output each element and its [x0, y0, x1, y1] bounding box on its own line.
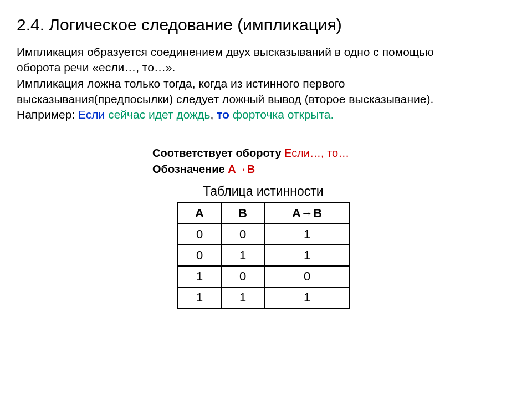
correspondence-phrase: Если…, то…	[284, 147, 349, 159]
table-row: 1 1 1	[178, 287, 350, 308]
cell-a: 1	[178, 266, 221, 287]
table-row: 0 0 1	[178, 224, 350, 245]
notation-line: Обозначение А→В	[152, 161, 515, 177]
example-then: то	[217, 108, 233, 121]
para-line-1: Импликация образуется соединением двух в…	[17, 45, 434, 58]
example-if: Если	[78, 108, 108, 121]
cell-ab: 1	[264, 245, 350, 266]
cell-ab: 0	[264, 266, 350, 287]
correspondence-line: Соответствует обороту Если…, то…	[152, 145, 515, 161]
truth-table: А В А→В 0 0 1 0 1 1 1 0 0 1 1 1	[177, 202, 350, 309]
table-header-row: А В А→В	[178, 203, 350, 224]
example-result: форточка открыта	[233, 108, 331, 121]
correspondence-block: Соответствует обороту Если…, то… Обознач…	[152, 145, 515, 177]
cell-ab: 1	[264, 287, 350, 308]
cell-b: 1	[221, 245, 264, 266]
notation-label: Обозначение	[152, 163, 228, 175]
header-a: А	[178, 203, 221, 224]
notation-value: А→В	[228, 163, 255, 175]
para-line-4: высказывания(предпосылки) следует ложный…	[17, 93, 433, 105]
header-b: В	[221, 203, 264, 224]
cell-a: 0	[178, 245, 221, 266]
cell-a: 1	[178, 287, 221, 308]
example-line: Например: Если сейчас идет дождь, то фор…	[17, 107, 515, 122]
para-line-2: оборота речи «если…, то…».	[17, 61, 175, 74]
cell-a: 0	[178, 224, 221, 245]
example-prefix: Например:	[17, 108, 78, 121]
para-line-3: Импликация ложна только тогда, когда из …	[17, 77, 345, 90]
table-row: 0 1 1	[178, 245, 350, 266]
table-title: Таблица истинности	[177, 184, 349, 199]
cell-ab: 1	[264, 224, 350, 245]
cell-b: 0	[221, 224, 264, 245]
example-comma: ,	[210, 108, 217, 121]
example-condition: сейчас идет дождь	[108, 108, 210, 121]
example-period: .	[331, 108, 334, 121]
cell-b: 0	[221, 266, 264, 287]
header-ab: А→В	[264, 203, 350, 224]
correspondence-label: Соответствует обороту	[152, 147, 284, 159]
cell-b: 1	[221, 287, 264, 308]
page-title: 2.4. Логическое следование (импликация)	[17, 16, 515, 34]
table-row: 1 0 0	[178, 266, 350, 287]
definition-paragraph: Импликация образуется соединением двух в…	[17, 44, 515, 107]
